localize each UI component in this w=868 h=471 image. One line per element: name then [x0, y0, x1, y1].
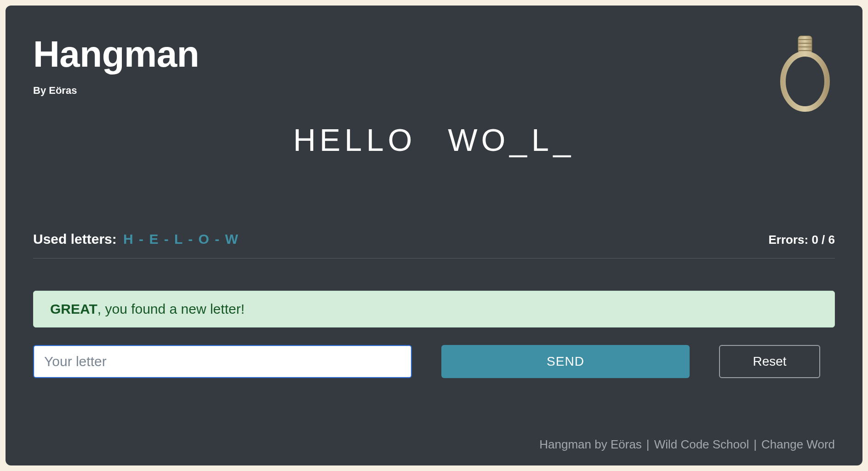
- letter-slot: O: [388, 122, 416, 158]
- word-display: HELLOWO_L_: [33, 122, 835, 158]
- word-segment: HELLO: [293, 122, 416, 158]
- divider: [33, 258, 835, 258]
- letter-input[interactable]: [33, 345, 412, 378]
- used-letters-value: H - E - L - O - W: [123, 231, 239, 247]
- letter-slot: L: [531, 122, 553, 158]
- send-button[interactable]: SEND: [441, 345, 690, 378]
- letter-slot: L: [366, 122, 388, 158]
- stats-row: Used letters: H - E - L - O - W Errors: …: [33, 231, 835, 247]
- alert-rest: , you found a new letter!: [97, 301, 245, 316]
- alert-strong: GREAT: [50, 301, 97, 316]
- reset-button[interactable]: Reset: [719, 345, 820, 378]
- letter-slot: L: [344, 122, 366, 158]
- letter-slot: _: [509, 122, 531, 158]
- footer: Hangman by Eöras | Wild Code School | Ch…: [539, 437, 835, 452]
- used-letters-block: Used letters: H - E - L - O - W: [33, 231, 239, 247]
- letter-slot: _: [553, 122, 575, 158]
- letter-slot: O: [481, 122, 509, 158]
- letter-slot: W: [448, 122, 481, 158]
- game-card: Hangman By Eöras HELLOWO_L_ Used letters…: [6, 6, 862, 465]
- change-word-link[interactable]: Change Word: [761, 437, 835, 452]
- page-title: Hangman: [33, 33, 835, 75]
- input-row: SEND Reset: [33, 345, 835, 378]
- letter-slot: E: [320, 122, 344, 158]
- used-letters-label: Used letters:: [33, 231, 117, 247]
- errors-counter: Errors: 0 / 6: [768, 233, 835, 247]
- footer-school-link[interactable]: Wild Code School: [654, 437, 749, 452]
- footer-sep-2: |: [754, 437, 757, 452]
- footer-sep-1: |: [646, 437, 650, 452]
- feedback-alert: GREAT, you found a new letter!: [33, 291, 835, 327]
- footer-credit: Hangman by Eöras: [539, 437, 642, 452]
- letter-slot: H: [293, 122, 320, 158]
- byline: By Eöras: [33, 85, 835, 97]
- word-segment: WO_L_: [448, 122, 575, 158]
